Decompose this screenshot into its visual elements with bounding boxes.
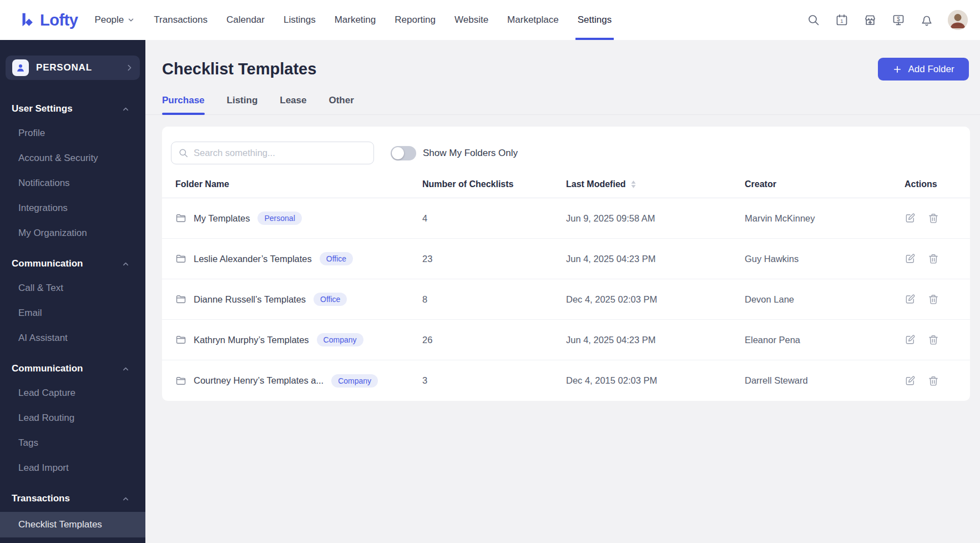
search-input[interactable] (194, 148, 367, 158)
folder-icon (175, 294, 186, 305)
sidebar-item-integrations[interactable]: Integrations (0, 202, 145, 214)
folder-type-badge: Company (317, 333, 363, 346)
chevron-right-icon (125, 64, 133, 72)
sidebar-item-lead-import[interactable]: Lead Import (0, 462, 145, 474)
table-row[interactable]: Kathryn Murphy’s Templates Company 26 Ju… (162, 320, 970, 360)
plus-icon (892, 64, 902, 74)
nav-item-website[interactable]: Website (454, 0, 488, 40)
folder-name[interactable]: Leslie Alexander’s Templates (194, 254, 312, 264)
user-avatar[interactable] (948, 10, 968, 30)
nav-item-reporting[interactable]: Reporting (395, 0, 436, 40)
edit-icon[interactable] (905, 213, 916, 224)
sidebar-item-lead-capture[interactable]: Lead Capture (0, 387, 145, 399)
last-modified-value: Dec 4, 2025 02:03 PM (566, 294, 745, 305)
nav-item-transactions[interactable]: Transactions (154, 0, 208, 40)
folder-icon (175, 213, 186, 224)
section-header-communication-1[interactable]: Communication (0, 258, 145, 269)
main-nav: People Transactions Calendar Listings Ma… (94, 0, 612, 40)
checklist-count: 4 (422, 213, 566, 224)
creator-value: Devon Lane (745, 294, 905, 305)
edit-icon[interactable] (905, 294, 916, 305)
delete-icon[interactable] (928, 253, 939, 264)
table-row[interactable]: Courtney Henry’s Templates a... Company … (162, 360, 970, 401)
checklist-count: 23 (422, 254, 566, 264)
folder-name[interactable]: Courtney Henry’s Templates a... (194, 375, 324, 386)
column-folder-name: Folder Name (175, 179, 422, 189)
column-last-modified[interactable]: Last Modefied (566, 179, 745, 189)
sidebar-section-user-settings: User Settings Profile Account & Security… (0, 103, 145, 239)
delete-icon[interactable] (928, 213, 939, 224)
column-number-of-checklists: Number of Checklists (422, 179, 566, 189)
nav-item-calendar[interactable]: Calendar (226, 0, 265, 40)
delete-icon[interactable] (928, 375, 939, 386)
workspace-switcher[interactable]: PERSONAL (6, 56, 140, 80)
folder-name[interactable]: Dianne Russell’s Templates (194, 294, 306, 305)
sidebar-item-email[interactable]: Email (0, 307, 145, 319)
last-modified-value: Jun 4, 2025 04:23 PM (566, 335, 745, 345)
nav-item-settings[interactable]: Settings (578, 0, 612, 40)
tab-other[interactable]: Other (329, 95, 353, 114)
nav-item-marketing[interactable]: Marketing (335, 0, 376, 40)
creator-value: Marvin McKinney (745, 213, 905, 224)
checklist-count: 26 (422, 335, 566, 345)
section-header-user-settings[interactable]: User Settings (0, 103, 145, 114)
tab-listing[interactable]: Listing (227, 95, 258, 114)
main-content: Checklist Templates Add Folder Purchase … (145, 40, 980, 543)
sidebar-item-account-security[interactable]: Account & Security (0, 152, 145, 164)
section-header-communication-2[interactable]: Communication (0, 363, 145, 374)
sidebar-item-call-text[interactable]: Call & Text (0, 282, 145, 294)
tab-lease[interactable]: Lease (280, 95, 306, 114)
table-row[interactable]: Leslie Alexander’s Templates Office 23 J… (162, 239, 970, 279)
sidebar-item-profile[interactable]: Profile (0, 127, 145, 139)
folder-type-badge: Personal (257, 212, 301, 225)
sidebar-item-ai-assistant[interactable]: AI Assistant (0, 332, 145, 344)
edit-icon[interactable] (905, 375, 916, 386)
toggle-knob (392, 147, 404, 159)
show-my-folders-toggle[interactable] (391, 146, 416, 160)
nav-item-marketplace[interactable]: Marketplace (507, 0, 559, 40)
notifications-bell-icon[interactable] (920, 13, 934, 27)
sidebar-section-communication-1: Communication Call & Text Email AI Assis… (0, 258, 145, 344)
chevron-up-icon (122, 261, 129, 267)
svg-text:$: $ (897, 16, 900, 22)
chevron-up-icon (122, 366, 129, 372)
creator-value: Darrell Steward (745, 375, 905, 386)
tab-purchase[interactable]: Purchase (162, 95, 205, 114)
chevron-up-icon (122, 496, 129, 502)
section-header-transactions[interactable]: Transactions (0, 493, 145, 504)
lofty-logo[interactable]: Lofty (19, 11, 78, 29)
search-icon[interactable] (806, 13, 821, 27)
column-actions: Actions (905, 179, 970, 189)
folder-name[interactable]: My Templates (194, 213, 250, 224)
templates-table: Folder Name Number of Checklists Last Mo… (162, 171, 970, 401)
calendar-icon[interactable]: 1 (835, 13, 849, 27)
sort-icon[interactable] (631, 180, 636, 188)
top-navigation: Lofty People Transactions Calendar Listi… (0, 0, 980, 40)
add-folder-button[interactable]: Add Folder (878, 58, 969, 81)
workspace-label: PERSONAL (36, 62, 92, 73)
marketplace-store-icon[interactable] (863, 13, 877, 27)
sidebar-item-checklist-templates[interactable]: Checklist Templates (0, 512, 145, 537)
table-row[interactable]: Dianne Russell’s Templates Office 8 Dec … (162, 279, 970, 320)
creator-value: Guy Hawkins (745, 254, 905, 264)
folder-icon (175, 334, 186, 345)
sidebar-item-notifications[interactable]: Notifications (0, 177, 145, 189)
nav-item-people[interactable]: People (94, 0, 135, 40)
delete-icon[interactable] (928, 334, 939, 345)
sidebar-item-my-organization[interactable]: My Organization (0, 227, 145, 239)
nav-item-listings[interactable]: Listings (284, 0, 316, 40)
edit-icon[interactable] (905, 253, 916, 264)
lofty-logo-text: Lofty (40, 11, 78, 29)
lofty-logo-icon (19, 11, 36, 29)
folder-type-badge: Company (331, 374, 378, 388)
folder-name[interactable]: Kathryn Murphy’s Templates (194, 335, 309, 345)
billing-icon[interactable]: $ (891, 13, 906, 27)
table-row[interactable]: My Templates Personal 4 Jun 9, 2025 09:5… (162, 198, 970, 239)
sidebar-item-tags[interactable]: Tags (0, 437, 145, 449)
sidebar-item-lead-routing[interactable]: Lead Routing (0, 412, 145, 424)
folder-type-badge: Office (320, 252, 353, 265)
sidebar-section-communication-2: Communication Lead Capture Lead Routing … (0, 363, 145, 474)
edit-icon[interactable] (905, 334, 916, 345)
toggle-label: Show My Folders Only (423, 148, 518, 159)
delete-icon[interactable] (928, 294, 939, 305)
